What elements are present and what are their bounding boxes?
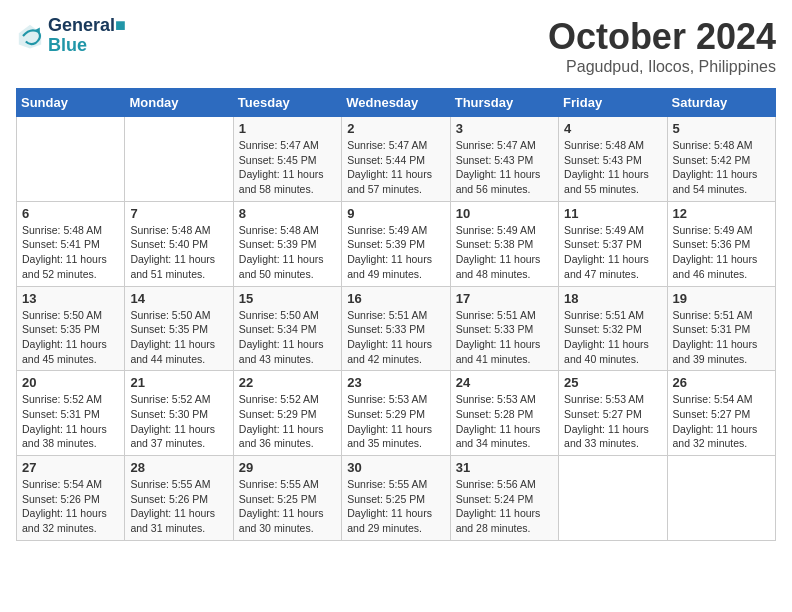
calendar-cell: 11Sunrise: 5:49 AMSunset: 5:37 PMDayligh… bbox=[559, 201, 667, 286]
calendar-cell: 1Sunrise: 5:47 AMSunset: 5:45 PMDaylight… bbox=[233, 117, 341, 202]
day-number: 30 bbox=[347, 460, 444, 475]
day-info: Sunrise: 5:55 AMSunset: 5:25 PMDaylight:… bbox=[239, 477, 336, 536]
calendar-table: SundayMondayTuesdayWednesdayThursdayFrid… bbox=[16, 88, 776, 541]
calendar-title: October 2024 bbox=[548, 16, 776, 58]
calendar-cell bbox=[17, 117, 125, 202]
day-info: Sunrise: 5:49 AMSunset: 5:36 PMDaylight:… bbox=[673, 223, 770, 282]
day-number: 19 bbox=[673, 291, 770, 306]
day-number: 11 bbox=[564, 206, 661, 221]
day-number: 28 bbox=[130, 460, 227, 475]
day-info: Sunrise: 5:48 AMSunset: 5:39 PMDaylight:… bbox=[239, 223, 336, 282]
calendar-cell: 27Sunrise: 5:54 AMSunset: 5:26 PMDayligh… bbox=[17, 456, 125, 541]
logo-text: General■ Blue bbox=[48, 16, 126, 56]
calendar-cell: 29Sunrise: 5:55 AMSunset: 5:25 PMDayligh… bbox=[233, 456, 341, 541]
day-info: Sunrise: 5:49 AMSunset: 5:38 PMDaylight:… bbox=[456, 223, 553, 282]
title-block: October 2024 Pagudpud, Ilocos, Philippin… bbox=[548, 16, 776, 76]
day-info: Sunrise: 5:55 AMSunset: 5:26 PMDaylight:… bbox=[130, 477, 227, 536]
day-info: Sunrise: 5:47 AMSunset: 5:44 PMDaylight:… bbox=[347, 138, 444, 197]
day-number: 5 bbox=[673, 121, 770, 136]
day-number: 18 bbox=[564, 291, 661, 306]
week-row-1: 1Sunrise: 5:47 AMSunset: 5:45 PMDaylight… bbox=[17, 117, 776, 202]
day-info: Sunrise: 5:47 AMSunset: 5:43 PMDaylight:… bbox=[456, 138, 553, 197]
weekday-header-tuesday: Tuesday bbox=[233, 89, 341, 117]
day-info: Sunrise: 5:47 AMSunset: 5:45 PMDaylight:… bbox=[239, 138, 336, 197]
weekday-header-row: SundayMondayTuesdayWednesdayThursdayFrid… bbox=[17, 89, 776, 117]
day-info: Sunrise: 5:51 AMSunset: 5:32 PMDaylight:… bbox=[564, 308, 661, 367]
calendar-cell: 9Sunrise: 5:49 AMSunset: 5:39 PMDaylight… bbox=[342, 201, 450, 286]
day-number: 25 bbox=[564, 375, 661, 390]
week-row-5: 27Sunrise: 5:54 AMSunset: 5:26 PMDayligh… bbox=[17, 456, 776, 541]
day-info: Sunrise: 5:51 AMSunset: 5:31 PMDaylight:… bbox=[673, 308, 770, 367]
calendar-cell: 31Sunrise: 5:56 AMSunset: 5:24 PMDayligh… bbox=[450, 456, 558, 541]
calendar-cell: 24Sunrise: 5:53 AMSunset: 5:28 PMDayligh… bbox=[450, 371, 558, 456]
weekday-header-wednesday: Wednesday bbox=[342, 89, 450, 117]
day-number: 29 bbox=[239, 460, 336, 475]
weekday-header-saturday: Saturday bbox=[667, 89, 775, 117]
calendar-cell: 17Sunrise: 5:51 AMSunset: 5:33 PMDayligh… bbox=[450, 286, 558, 371]
day-number: 24 bbox=[456, 375, 553, 390]
calendar-cell: 2Sunrise: 5:47 AMSunset: 5:44 PMDaylight… bbox=[342, 117, 450, 202]
day-number: 8 bbox=[239, 206, 336, 221]
day-number: 26 bbox=[673, 375, 770, 390]
calendar-cell: 19Sunrise: 5:51 AMSunset: 5:31 PMDayligh… bbox=[667, 286, 775, 371]
calendar-cell: 3Sunrise: 5:47 AMSunset: 5:43 PMDaylight… bbox=[450, 117, 558, 202]
day-info: Sunrise: 5:50 AMSunset: 5:35 PMDaylight:… bbox=[22, 308, 119, 367]
day-number: 31 bbox=[456, 460, 553, 475]
calendar-cell: 16Sunrise: 5:51 AMSunset: 5:33 PMDayligh… bbox=[342, 286, 450, 371]
calendar-cell: 12Sunrise: 5:49 AMSunset: 5:36 PMDayligh… bbox=[667, 201, 775, 286]
day-number: 23 bbox=[347, 375, 444, 390]
day-info: Sunrise: 5:52 AMSunset: 5:31 PMDaylight:… bbox=[22, 392, 119, 451]
calendar-cell: 18Sunrise: 5:51 AMSunset: 5:32 PMDayligh… bbox=[559, 286, 667, 371]
calendar-cell: 13Sunrise: 5:50 AMSunset: 5:35 PMDayligh… bbox=[17, 286, 125, 371]
day-number: 9 bbox=[347, 206, 444, 221]
day-number: 14 bbox=[130, 291, 227, 306]
calendar-cell: 14Sunrise: 5:50 AMSunset: 5:35 PMDayligh… bbox=[125, 286, 233, 371]
calendar-cell: 5Sunrise: 5:48 AMSunset: 5:42 PMDaylight… bbox=[667, 117, 775, 202]
day-number: 4 bbox=[564, 121, 661, 136]
day-info: Sunrise: 5:54 AMSunset: 5:26 PMDaylight:… bbox=[22, 477, 119, 536]
calendar-cell: 20Sunrise: 5:52 AMSunset: 5:31 PMDayligh… bbox=[17, 371, 125, 456]
day-info: Sunrise: 5:50 AMSunset: 5:34 PMDaylight:… bbox=[239, 308, 336, 367]
calendar-cell: 22Sunrise: 5:52 AMSunset: 5:29 PMDayligh… bbox=[233, 371, 341, 456]
calendar-cell bbox=[125, 117, 233, 202]
day-number: 22 bbox=[239, 375, 336, 390]
calendar-cell: 15Sunrise: 5:50 AMSunset: 5:34 PMDayligh… bbox=[233, 286, 341, 371]
logo-icon bbox=[16, 22, 44, 50]
day-info: Sunrise: 5:50 AMSunset: 5:35 PMDaylight:… bbox=[130, 308, 227, 367]
day-number: 27 bbox=[22, 460, 119, 475]
week-row-4: 20Sunrise: 5:52 AMSunset: 5:31 PMDayligh… bbox=[17, 371, 776, 456]
day-info: Sunrise: 5:54 AMSunset: 5:27 PMDaylight:… bbox=[673, 392, 770, 451]
calendar-cell: 30Sunrise: 5:55 AMSunset: 5:25 PMDayligh… bbox=[342, 456, 450, 541]
day-number: 12 bbox=[673, 206, 770, 221]
calendar-cell: 26Sunrise: 5:54 AMSunset: 5:27 PMDayligh… bbox=[667, 371, 775, 456]
weekday-header-thursday: Thursday bbox=[450, 89, 558, 117]
calendar-subtitle: Pagudpud, Ilocos, Philippines bbox=[548, 58, 776, 76]
day-info: Sunrise: 5:53 AMSunset: 5:27 PMDaylight:… bbox=[564, 392, 661, 451]
day-number: 13 bbox=[22, 291, 119, 306]
day-info: Sunrise: 5:53 AMSunset: 5:29 PMDaylight:… bbox=[347, 392, 444, 451]
day-number: 7 bbox=[130, 206, 227, 221]
calendar-cell: 7Sunrise: 5:48 AMSunset: 5:40 PMDaylight… bbox=[125, 201, 233, 286]
logo: General■ Blue bbox=[16, 16, 126, 56]
page-header: General■ Blue October 2024 Pagudpud, Ilo… bbox=[16, 16, 776, 76]
calendar-cell bbox=[559, 456, 667, 541]
day-number: 16 bbox=[347, 291, 444, 306]
weekday-header-friday: Friday bbox=[559, 89, 667, 117]
day-number: 10 bbox=[456, 206, 553, 221]
day-info: Sunrise: 5:48 AMSunset: 5:43 PMDaylight:… bbox=[564, 138, 661, 197]
day-info: Sunrise: 5:48 AMSunset: 5:40 PMDaylight:… bbox=[130, 223, 227, 282]
day-info: Sunrise: 5:49 AMSunset: 5:37 PMDaylight:… bbox=[564, 223, 661, 282]
day-info: Sunrise: 5:49 AMSunset: 5:39 PMDaylight:… bbox=[347, 223, 444, 282]
day-number: 21 bbox=[130, 375, 227, 390]
day-number: 1 bbox=[239, 121, 336, 136]
calendar-cell bbox=[667, 456, 775, 541]
calendar-cell: 21Sunrise: 5:52 AMSunset: 5:30 PMDayligh… bbox=[125, 371, 233, 456]
day-number: 6 bbox=[22, 206, 119, 221]
day-info: Sunrise: 5:52 AMSunset: 5:29 PMDaylight:… bbox=[239, 392, 336, 451]
week-row-3: 13Sunrise: 5:50 AMSunset: 5:35 PMDayligh… bbox=[17, 286, 776, 371]
day-number: 15 bbox=[239, 291, 336, 306]
day-number: 17 bbox=[456, 291, 553, 306]
day-info: Sunrise: 5:51 AMSunset: 5:33 PMDaylight:… bbox=[347, 308, 444, 367]
day-info: Sunrise: 5:53 AMSunset: 5:28 PMDaylight:… bbox=[456, 392, 553, 451]
calendar-cell: 4Sunrise: 5:48 AMSunset: 5:43 PMDaylight… bbox=[559, 117, 667, 202]
